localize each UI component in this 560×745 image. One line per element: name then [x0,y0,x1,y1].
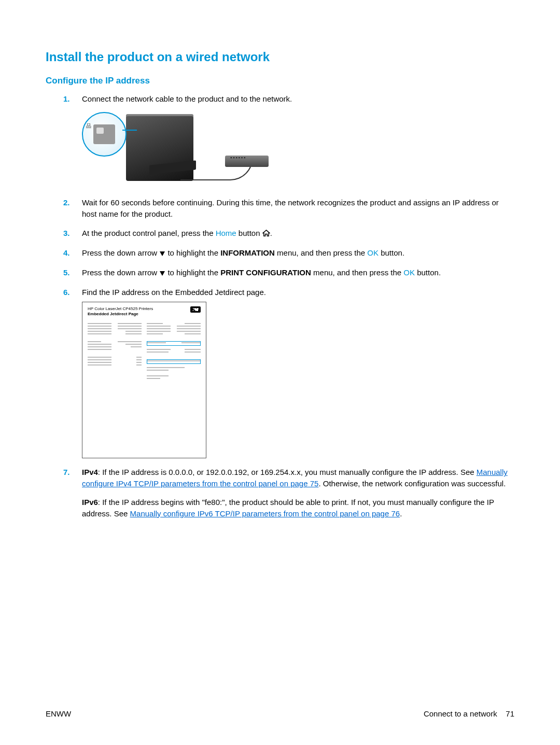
footer-left: ENWW [46,709,71,718]
step-text: . [400,509,402,518]
step-number: 3. [63,228,70,239]
step-text: button. [379,248,404,257]
step-number: 5. [63,267,70,278]
step-4: 4. Press the down arrow to highlight the… [82,247,514,259]
step-number: 2. [63,197,70,208]
menu-name: PRINT CONFIGURATION [220,268,311,277]
ip-highlight-box [147,341,201,346]
footer-right: Connect to a network 71 [424,709,514,718]
jd-title-line1: HP Color LaserJet CP4525 Printers [88,306,153,312]
step-number: 1. [63,93,70,105]
page-number: 71 [506,709,514,718]
step-text: . Otherwise, the network configuration w… [318,479,506,488]
step-text: to highlight the [165,268,220,277]
step-text: menu, and then press the [311,268,403,277]
step-number: 4. [63,247,70,259]
step-2: 2. Wait for 60 seconds before continuing… [82,197,514,220]
jetdirect-page-illustration: HP Color LaserJet CP4525 Printers Embedd… [82,302,206,458]
step-1: 1. Connect the network cable to the prod… [82,93,514,189]
step-3: 3. At the product control panel, press t… [82,228,514,239]
step-text: button [236,229,262,237]
printer-network-illustration [82,111,269,189]
network-switch-icon [225,156,269,167]
step-6: 6. Find the IP address on the Embedded J… [82,287,514,459]
step-text: . [270,229,272,237]
jd-title-line2: Embedded Jetdirect Page [88,312,153,317]
step-text: Wait for 60 seconds before continuing. D… [82,198,499,218]
step-text: Press the down arrow [82,268,159,277]
step-text: button. [415,268,441,277]
step-text: Press the down arrow [82,248,159,257]
ok-label: OK [403,268,415,277]
ok-label: OK [367,248,379,257]
step-text: Connect the network cable to the product… [82,94,292,103]
step-5: 5. Press the down arrow to highlight the… [82,267,514,278]
ip-highlight-box [147,359,201,364]
page-footer: ENWW Connect to a network 71 [46,709,514,718]
page-title: Install the product on a wired network [46,50,514,64]
ipv4-label: IPv4 [82,468,98,476]
hp-logo-icon [190,306,201,313]
step-text: At the product control panel, press the [82,229,216,237]
step-number: 7. [63,467,70,478]
steps-list: 1. Connect the network cable to the prod… [46,93,514,519]
home-label: Home [216,229,236,237]
ipv6-config-link[interactable]: Manually configure IPv6 TCP/IP parameter… [130,509,400,518]
step-7: 7. IPv4: If the IP address is 0.0.0.0, o… [82,467,514,519]
ipv6-label: IPv6 [82,498,98,507]
step-text: to highlight the [165,248,220,257]
footer-section: Connect to a network [424,709,497,718]
section-title: Configure the IP address [46,76,514,86]
down-arrow-icon [160,271,165,276]
step-text: : If the IP address is 0.0.0.0, or 192.0… [98,468,477,476]
menu-name: INFORMATION [220,248,275,257]
step-text: menu, and then press the [275,248,367,257]
home-icon [262,230,270,236]
zoom-network-port-icon [82,112,127,157]
down-arrow-icon [160,251,165,256]
step-text: Find the IP address on the Embedded Jetd… [82,288,266,297]
step-number: 6. [63,287,70,298]
